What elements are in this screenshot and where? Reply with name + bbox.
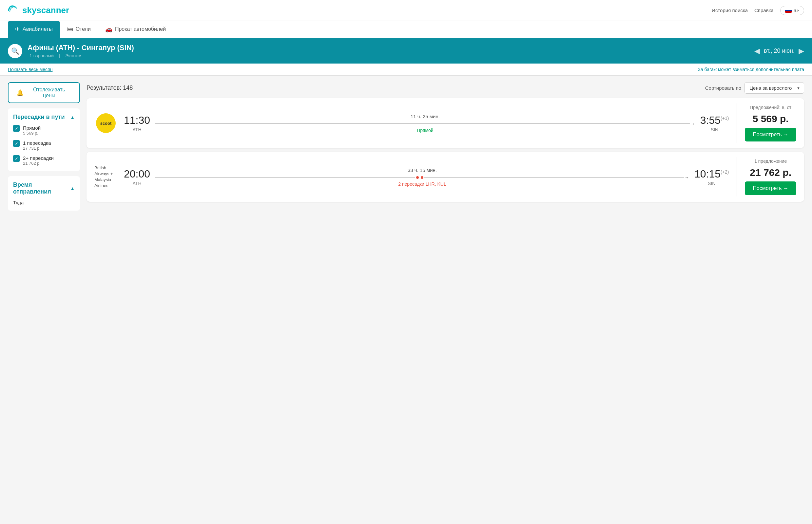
flag-icon — [785, 8, 792, 13]
stop-dot-2 — [421, 176, 424, 179]
flight-main-2: British Airways + Malaysia Airlines 20:0… — [86, 152, 737, 202]
flights-panel: Результатов: 148 Сортировать по Цена за … — [86, 82, 804, 216]
search-icon-circle[interactable]: 🔍 — [8, 44, 22, 58]
1stop-price: 27 731 р. — [23, 146, 51, 151]
show-month-link[interactable]: Показать весь месяц — [8, 67, 53, 72]
tab-hotels[interactable]: 🛏 Отели — [60, 21, 98, 38]
filter-stops: Пересадки в пути ▲ ✓ Прямой 5 569 р. ✓ 1… — [8, 109, 80, 171]
filter-departure: Время отправления ▲ Туда — [8, 176, 80, 211]
2stops-info: 2+ пересадки 21 762 р. — [23, 155, 54, 166]
airline-name-text-2: British Airways + Malaysia Airlines — [94, 165, 117, 189]
airline-logo-2: British Airways + Malaysia Airlines — [94, 165, 117, 189]
view-btn-1-label: Посмотреть → — [753, 132, 789, 137]
scoot-text: scoot — [100, 121, 112, 126]
flight-card-2: British Airways + Malaysia Airlines 20:0… — [86, 152, 804, 202]
track-prices-button[interactable]: 🔔 Отслеживать цены — [8, 82, 80, 103]
tab-flights[interactable]: ✈ Авиабилеты — [8, 21, 60, 38]
logo-label: skyscanner — [22, 5, 69, 15]
search-route: Афины (ATH) - Сингапур (SIN) — [28, 44, 749, 52]
sort-dropdown-wrapper: Цена за взрослого — [745, 82, 804, 94]
help-link[interactable]: Справка — [754, 7, 774, 13]
direct-checkbox[interactable]: ✓ — [13, 125, 20, 132]
main-content: 🔔 Отслеживать цены Пересадки в пути ▲ ✓ … — [0, 76, 812, 223]
offer-count-2: 1 предложение — [754, 159, 787, 164]
hotels-tab-label: Отели — [76, 26, 91, 32]
hotels-tab-icon: 🛏 — [67, 26, 73, 33]
cars-tab-label: Прокат автомобилей — [115, 26, 166, 32]
cars-tab-icon: 🚗 — [105, 26, 112, 33]
depart-block-2: 20:00 ATH — [124, 168, 150, 186]
arrow-icon-1: → — [690, 121, 695, 127]
2stops-price: 21 762 р. — [23, 161, 54, 166]
stops-label-1: Прямой — [155, 128, 695, 133]
flight-times-2: 20:00 ATH 33 ч. 15 мин. → 2 — [124, 167, 729, 187]
next-date-button[interactable]: ▶ — [799, 47, 804, 55]
sort-wrapper: Сортировать по Цена за взрослого — [705, 82, 804, 94]
filter-stops-chevron: ▲ — [70, 115, 75, 120]
duration-block-2: 33 ч. 15 мин. → 2 пересадки LHR, KUL — [155, 167, 689, 187]
depart-block-1: 11:30 ATH — [124, 114, 150, 132]
logo-icon — [8, 4, 20, 16]
passengers-label: 1 взрослый — [30, 53, 54, 58]
logo: skyscanner — [8, 4, 69, 16]
filter-1stop: ✓ 1 пересадка 27 731 р. — [13, 140, 75, 151]
sidebar: 🔔 Отслеживать цены Пересадки в пути ▲ ✓ … — [8, 82, 80, 216]
2stops-checkbox[interactable]: ✓ — [13, 155, 20, 162]
line-2a — [155, 177, 415, 178]
flight-times-1: 11:30 ATH 11 ч. 25 мин. → Прямой 3:55( — [124, 114, 729, 133]
arrive-plus-2: (+2) — [720, 169, 729, 175]
baggage-note: За багаж может взиматься дополнительная … — [698, 67, 804, 72]
results-bar: Результатов: 148 Сортировать по Цена за … — [86, 82, 804, 94]
arrive-iata-1: SIN — [700, 127, 729, 132]
filter-2stops: ✓ 2+ пересадки 21 762 р. — [13, 155, 75, 166]
filter-direct: ✓ Прямой 5 569 р. — [13, 125, 75, 135]
results-count: Результатов: 148 — [86, 84, 133, 92]
filter-stops-label: Пересадки в пути — [13, 114, 65, 120]
offer-count-1: Предложений: 8, от — [750, 105, 791, 110]
flight-card-1: scoot 11:30 ATH 11 ч. 25 мин. → Пря — [86, 98, 804, 148]
filter-depart-outbound: Туда — [13, 200, 75, 205]
class-label: Эконом — [65, 53, 81, 58]
view-btn-2[interactable]: Посмотреть → — [745, 181, 796, 195]
flights-tab-icon: ✈ — [15, 26, 20, 33]
view-btn-2-label: Посмотреть → — [753, 185, 789, 191]
depart-iata-2: ATH — [124, 181, 150, 186]
2stops-label: 2+ пересадки — [23, 155, 54, 161]
depart-time-2: 20:00 — [124, 168, 150, 180]
price-1: 5 569 р. — [753, 113, 789, 125]
search-bar: 🔍 Афины (ATH) - Сингапур (SIN) 1 взрослы… — [0, 38, 812, 64]
search-date: ◀ вт., 20 июн. ▶ — [754, 47, 804, 55]
sort-select[interactable]: Цена за взрослого — [745, 82, 804, 94]
airline-logo-1: scoot — [94, 113, 117, 133]
search-details: Афины (ATH) - Сингапур (SIN) 1 взрослый … — [28, 44, 749, 58]
filter-departure-title[interactable]: Время отправления ▲ — [13, 181, 75, 195]
stops-label-2: 2 пересадки LHR, KUL — [155, 181, 689, 187]
1stop-label: 1 пересадка — [23, 140, 51, 146]
bell-icon: 🔔 — [16, 89, 23, 96]
direct-label: Прямой — [23, 125, 41, 131]
direct-info: Прямой 5 569 р. — [23, 125, 41, 135]
view-btn-1[interactable]: Посмотреть → — [745, 128, 796, 142]
language-button[interactable]: ru- — [780, 6, 804, 15]
flight-price-2: 1 предложение 21 762 р. Посмотреть → — [737, 152, 804, 202]
filter-departure-label: Время отправления — [13, 181, 70, 195]
tab-bar: ✈ Авиабилеты 🛏 Отели 🚗 Прокат автомобиле… — [0, 21, 812, 38]
search-meta: 1 взрослый | Эконом — [28, 53, 749, 58]
1stop-info: 1 пересадка 27 731 р. — [23, 140, 51, 151]
direct-price: 5 569 р. — [23, 131, 41, 135]
header-right: История поиска Справка ru- — [712, 6, 804, 15]
line-2b — [424, 177, 684, 178]
depart-iata-1: ATH — [124, 127, 150, 132]
arrive-block-1: 3:55(+1) SIN — [700, 114, 729, 132]
history-link[interactable]: История поиска — [712, 7, 748, 13]
flight-line-1: → — [155, 121, 695, 127]
scoot-logo: scoot — [96, 113, 116, 133]
header: skyscanner История поиска Справка ru- — [0, 0, 812, 21]
search-icon: 🔍 — [11, 47, 19, 55]
depart-time-1: 11:30 — [124, 114, 150, 127]
filter-stops-title[interactable]: Пересадки в пути ▲ — [13, 114, 75, 120]
tab-cars[interactable]: 🚗 Прокат автомобилей — [98, 21, 173, 38]
1stop-checkbox[interactable]: ✓ — [13, 140, 20, 147]
prev-date-button[interactable]: ◀ — [754, 47, 760, 55]
arrive-time-1: 3:55(+1) — [700, 114, 729, 127]
